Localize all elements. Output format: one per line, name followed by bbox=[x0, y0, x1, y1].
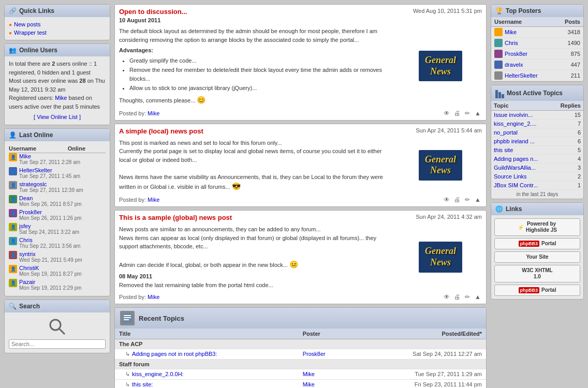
view-online-list-link[interactable]: [ View Online List ] bbox=[9, 113, 106, 122]
your-site-link[interactable]: Your Site bbox=[494, 251, 580, 263]
poster-name-link[interactable]: Chris bbox=[505, 40, 518, 46]
phpbb-logo-icon: phpBB3 bbox=[519, 241, 540, 247]
rt-category-name: The ACP bbox=[115, 339, 486, 349]
news-advantages-1: Advantages: Greatly simplify the code...… bbox=[119, 46, 394, 93]
user-time: Mon Sep 19, 2011 8:27 pm bbox=[19, 271, 82, 277]
subtopic-link[interactable]: kiss_engine_2.0.0H: bbox=[132, 371, 184, 377]
table-row: kiss_engine_2.0.0H: Mike Tue Sep 27, 201… bbox=[115, 369, 486, 380]
table-row: this site 5 bbox=[491, 146, 583, 155]
last-online-header: 👤 Last Online bbox=[5, 129, 110, 141]
user-link[interactable]: strategoslc bbox=[19, 181, 83, 187]
view-icon[interactable]: 👁 bbox=[443, 196, 451, 204]
topic-link[interactable]: Source Links bbox=[494, 173, 527, 180]
user-link[interactable]: Chris bbox=[19, 237, 80, 243]
topic-link[interactable]: phpbb ireland ... bbox=[494, 138, 535, 144]
wrapper-test-link[interactable]: ● Wrapper test bbox=[9, 29, 106, 36]
poster-link-1[interactable]: Mike bbox=[148, 110, 159, 116]
subtopic-link[interactable]: Adding pages not in root phpBB3: bbox=[132, 351, 217, 357]
poster-name-link[interactable]: Prosk8er bbox=[505, 51, 527, 57]
search-input[interactable] bbox=[9, 339, 106, 349]
poster-link-2[interactable]: Mike bbox=[148, 197, 159, 203]
topic-link[interactable]: JBox SIM Contr... bbox=[494, 182, 538, 188]
last-online-user-row: 👤 Mike Tue Sep 27, 2011 2:28 am bbox=[9, 153, 106, 165]
online-users-section: 👥 Online Users In total there are 2 user… bbox=[4, 43, 110, 125]
search-box bbox=[5, 312, 110, 353]
table-row: Prosk8er 875 bbox=[491, 49, 583, 59]
poster-link-3[interactable]: Mike bbox=[148, 294, 159, 300]
user-link[interactable]: ChristiK bbox=[19, 265, 82, 271]
user-link[interactable]: jsfey bbox=[19, 223, 79, 229]
user-link[interactable]: Prosk8er bbox=[19, 209, 82, 215]
print-icon[interactable]: 🖨 bbox=[453, 109, 461, 117]
topic-link[interactable]: Issue involvin... bbox=[494, 112, 533, 118]
subtopic-link[interactable]: this site: bbox=[132, 381, 153, 387]
topic-link[interactable]: GuildWarsAllia... bbox=[494, 165, 536, 171]
advantages-list: Greatly simplify the code... Remove the … bbox=[119, 56, 394, 93]
rt-col-date: Posted/Edited* bbox=[352, 329, 486, 339]
your-site-label: Your Site bbox=[526, 254, 548, 260]
user-avatar: 👤 bbox=[9, 209, 17, 217]
user-info: Mike Tue Sep 27, 2011 2:28 am bbox=[19, 153, 80, 165]
search-magnifier-icon bbox=[47, 317, 68, 337]
news-post-title-1[interactable]: Open to discussion... bbox=[119, 8, 187, 16]
topic-link[interactable]: no_portal bbox=[494, 129, 518, 136]
news-post-body-3: News posts are similar to an announcemen… bbox=[115, 223, 486, 291]
phpbb3-portal-link[interactable]: phpBB3 Portal bbox=[494, 238, 580, 249]
last-online-user-row: 👤 Dean Mon Sep 26, 2011 8:57 pm bbox=[9, 195, 106, 207]
topic-link[interactable]: Adding pages n... bbox=[494, 156, 538, 162]
up-icon[interactable]: ▲ bbox=[474, 196, 482, 204]
print-icon[interactable]: 🖨 bbox=[453, 293, 461, 301]
links-content: ⚡ Powered byHighslide JS phpBB3 Portal Y… bbox=[491, 215, 583, 299]
highslide-link[interactable]: ⚡ Powered byHighslide JS bbox=[494, 218, 580, 236]
recent-topics-header: Recent Topics bbox=[115, 308, 486, 329]
poster-cell: Chris bbox=[494, 39, 552, 47]
print-icon[interactable]: 🖨 bbox=[453, 196, 461, 204]
phpbb3-portal2-link[interactable]: phpBB3 Portal bbox=[494, 285, 580, 296]
poster-link[interactable]: Mike bbox=[303, 381, 315, 387]
table-row: Mike 3418 bbox=[491, 27, 583, 38]
last-online-user-row: 👤 jsfey Sat Sep 24, 2011 3:22 am bbox=[9, 223, 106, 235]
right-sidebar: 🏆 Top Posters Username Posts Mike 3418 bbox=[491, 4, 584, 388]
w3c-link[interactable]: W3C XHTML1.0 bbox=[494, 265, 580, 282]
user-info: Chris Thu Sep 22, 2011 3:56 am bbox=[19, 237, 80, 249]
edit-icon[interactable]: ✏ bbox=[463, 196, 472, 204]
poster-name-link[interactable]: HelterSkelter bbox=[505, 72, 538, 79]
news-post-title-3[interactable]: This is a sample (global) news post bbox=[119, 214, 232, 221]
left-sidebar: 🔗 Quick Links ● New posts ● Wrapper test bbox=[4, 4, 110, 388]
poster-link[interactable]: Prosk8er bbox=[303, 351, 326, 357]
poster-name-link[interactable]: dravelx bbox=[505, 62, 523, 68]
chart-icon bbox=[495, 88, 504, 98]
user-time: Mon Sep 19, 2011 2:29 pm bbox=[19, 285, 82, 291]
user-link[interactable]: HelterSkelter bbox=[19, 167, 80, 173]
new-posts-link[interactable]: ● New posts bbox=[9, 21, 106, 27]
edit-icon[interactable]: ✏ bbox=[463, 293, 472, 301]
poster-avatar bbox=[494, 61, 503, 69]
poster-link[interactable]: Mike bbox=[303, 371, 315, 377]
total-users: 2 bbox=[52, 61, 55, 67]
user-link[interactable]: syntrix bbox=[19, 251, 82, 257]
registered-user-link[interactable]: Mike bbox=[55, 95, 67, 101]
topic-link[interactable]: kiss_engine_2.... bbox=[494, 121, 537, 127]
user-time: Mon Sep 26, 2011 8:57 pm bbox=[19, 201, 82, 207]
user-avatar: 👤 bbox=[9, 237, 17, 245]
rt-col-poster: Poster bbox=[299, 329, 352, 339]
topic-link[interactable]: this site bbox=[494, 147, 513, 153]
view-icon[interactable]: 👁 bbox=[443, 293, 451, 301]
max-users: 28 bbox=[79, 78, 85, 84]
view-icon[interactable]: 👁 bbox=[443, 109, 451, 117]
top-posters-header: 🏆 Top Posters bbox=[491, 5, 583, 17]
poster-name-link[interactable]: Mike bbox=[505, 29, 517, 35]
poster-count: 211 bbox=[555, 70, 583, 81]
user-link[interactable]: Pazair bbox=[19, 279, 82, 285]
top-posters-section: 🏆 Top Posters Username Posts Mike 3418 bbox=[491, 4, 584, 82]
news-post-3: This is a sample (global) news post Sun … bbox=[114, 210, 487, 304]
user-link[interactable]: Dean bbox=[19, 195, 82, 201]
poster-cell: HelterSkelter bbox=[494, 71, 552, 80]
poster-cell: Prosk8er bbox=[494, 50, 552, 58]
topic-replies: 5 bbox=[552, 146, 583, 155]
news-post-title-2[interactable]: A simple (local) news post bbox=[119, 127, 203, 135]
up-icon[interactable]: ▲ bbox=[474, 109, 482, 117]
edit-icon[interactable]: ✏ bbox=[463, 109, 472, 117]
user-link[interactable]: Mike bbox=[19, 153, 80, 159]
up-icon[interactable]: ▲ bbox=[474, 293, 482, 301]
